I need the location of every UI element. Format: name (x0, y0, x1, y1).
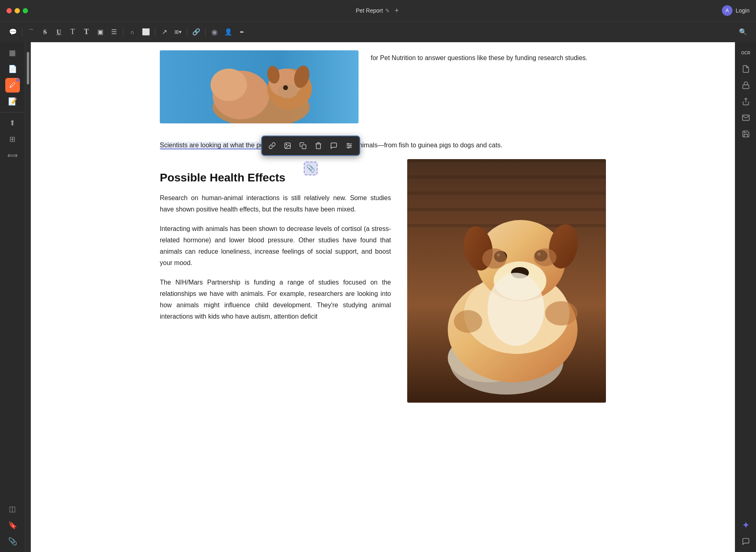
toolbar-divider-2 (123, 28, 123, 36)
text-box-icon[interactable]: ▣ (94, 26, 107, 39)
colorful-app-icon[interactable]: ✦ (739, 518, 753, 533)
sidebar-layers-icon[interactable]: ◫ (5, 502, 20, 516)
sidebar-compare-icon[interactable]: ⊞ (5, 132, 20, 147)
paragraph-2: Interacting with animals has been shown … (160, 223, 391, 269)
add-tab-button[interactable]: + (395, 6, 399, 15)
left-sidebar: ▦ 📄 🖊 📝 ⬆ ⊞ ⟺ ◫ 🔖 📎 (0, 42, 25, 552)
document-area[interactable]: for Pet Nutrition to answer questions li… (31, 42, 735, 552)
ft-copy-icon[interactable] (296, 139, 310, 153)
svg-rect-21 (407, 175, 606, 179)
col-left: Possible Health Effects Research on huma… (160, 159, 391, 403)
signature-icon[interactable]: ✒ (236, 26, 249, 39)
paragraph-1: Research on human-animal interactions is… (160, 192, 391, 215)
search-icon[interactable]: 🔍 (737, 26, 750, 39)
svg-point-51 (545, 301, 578, 326)
sidebar-document-icon[interactable]: 📄 (5, 62, 20, 76)
right-sidebar: OCR (735, 42, 756, 552)
edit-icon[interactable]: ✎ (385, 8, 390, 14)
hero-image (160, 50, 359, 123)
save-icon[interactable] (739, 127, 753, 141)
arrow-icon[interactable]: ↗ (158, 26, 171, 39)
text-icon[interactable]: T (66, 26, 79, 39)
link-icon[interactable]: 🔗 (190, 26, 203, 39)
toolbar-divider-3 (155, 28, 155, 36)
highlight-icon[interactable]: ⌒ (25, 26, 38, 39)
tab-title-label: Pet Report (356, 7, 383, 14)
paragraph-3: The NIH/Mars Partnership is funding a ra… (160, 277, 391, 322)
strikethrough-icon[interactable]: S (39, 26, 52, 39)
underline-icon[interactable]: U (52, 26, 65, 39)
sidebar-pages-icon[interactable]: ▦ (5, 45, 20, 60)
hero-image-svg (160, 50, 359, 123)
login-label[interactable]: Login (736, 7, 750, 14)
fullscreen-button[interactable] (23, 8, 28, 13)
bold-text-icon[interactable]: T (80, 26, 93, 39)
ft-image-icon[interactable] (281, 139, 294, 153)
scroll-track[interactable] (25, 42, 31, 552)
tab-area: Pet Report ✎ + (36, 6, 719, 15)
two-col-layout: Possible Health Effects Research on huma… (160, 159, 606, 403)
sidebar-highlight-icon[interactable]: 🖊 (5, 78, 20, 93)
pet-photo-svg (407, 159, 606, 403)
svg-rect-53 (743, 85, 749, 88)
svg-point-50 (488, 273, 544, 346)
toolbar-divider-1 (22, 28, 22, 36)
body-text-selected: Scientists are looking at what the poten… (160, 140, 606, 151)
measure-icon[interactable]: ⊞▾ (172, 26, 185, 39)
svg-point-18 (348, 147, 349, 148)
svg-point-11 (286, 144, 287, 145)
sidebar-export-icon[interactable]: ⬆ (5, 116, 20, 130)
section-heading: Possible Health Effects (160, 171, 391, 184)
svg-point-48 (482, 248, 507, 269)
floating-toolbar: 📎 (261, 136, 360, 156)
pen-icon[interactable]: ∩ (126, 26, 139, 39)
svg-rect-20 (407, 159, 606, 162)
protect-icon[interactable] (739, 78, 753, 93)
ft-link-icon[interactable] (265, 139, 279, 153)
convert-pdf-icon[interactable] (739, 62, 753, 76)
pet-photo (407, 159, 606, 403)
shapes-icon[interactable]: ⬜ (140, 26, 152, 39)
share-icon[interactable] (739, 94, 753, 109)
svg-rect-23 (407, 208, 606, 211)
traffic-lights (6, 8, 28, 13)
col-right (407, 159, 606, 403)
list-icon[interactable]: ☰ (107, 26, 120, 39)
svg-point-17 (350, 145, 351, 147)
main-area: ▦ 📄 🖊 📝 ⬆ ⊞ ⟺ ◫ 🔖 📎 (0, 42, 756, 552)
minimize-button[interactable] (15, 8, 20, 13)
sidebar-bookmark-icon[interactable]: 🔖 (5, 518, 20, 533)
sidebar-clip-icon[interactable]: 📎 (5, 534, 20, 549)
sidebar-diff-icon[interactable]: ⟺ (5, 148, 20, 163)
doc-content: for Pet Nutrition to answer questions li… (160, 42, 606, 403)
ocr-icon[interactable]: OCR (739, 45, 753, 60)
mail-icon[interactable] (739, 110, 753, 125)
login-area: A Login (722, 5, 750, 16)
svg-point-3 (210, 69, 247, 101)
close-button[interactable] (6, 8, 12, 13)
svg-point-49 (534, 248, 556, 266)
svg-point-8 (277, 84, 298, 98)
svg-point-9 (283, 85, 288, 90)
svg-rect-12 (302, 145, 306, 149)
svg-rect-22 (407, 192, 606, 195)
comment-icon[interactable]: 💬 (6, 26, 19, 39)
svg-point-16 (348, 143, 349, 144)
chat-icon[interactable] (739, 534, 753, 549)
person-icon[interactable]: 👤 (222, 26, 235, 39)
ft-selected-indicator: 📎 (304, 162, 318, 175)
ft-settings-icon[interactable] (342, 139, 356, 153)
ft-delete-icon[interactable] (311, 139, 325, 153)
scrollbar-thumb[interactable] (27, 52, 29, 84)
sidebar-annotations-icon[interactable]: 📝 (5, 94, 20, 109)
main-toolbar: 💬 ⌒ S U T T ▣ ☰ ∩ ⬜ ↗ ⊞▾ 🔗 ◉ 👤 ✒ 🔍 (0, 21, 756, 42)
svg-point-52 (454, 310, 482, 333)
ft-comment-icon[interactable] (327, 139, 341, 153)
toolbar-divider-4 (187, 28, 187, 36)
toolbar-divider-5 (205, 28, 206, 36)
above-text: for Pet Nutrition to answer questions li… (371, 52, 606, 63)
stamp-icon[interactable]: ◉ (208, 26, 221, 39)
document-tab[interactable]: Pet Report ✎ (356, 7, 390, 14)
avatar: A (722, 5, 732, 16)
selected-text-area: Scientists are looking at what the poten… (160, 140, 606, 151)
